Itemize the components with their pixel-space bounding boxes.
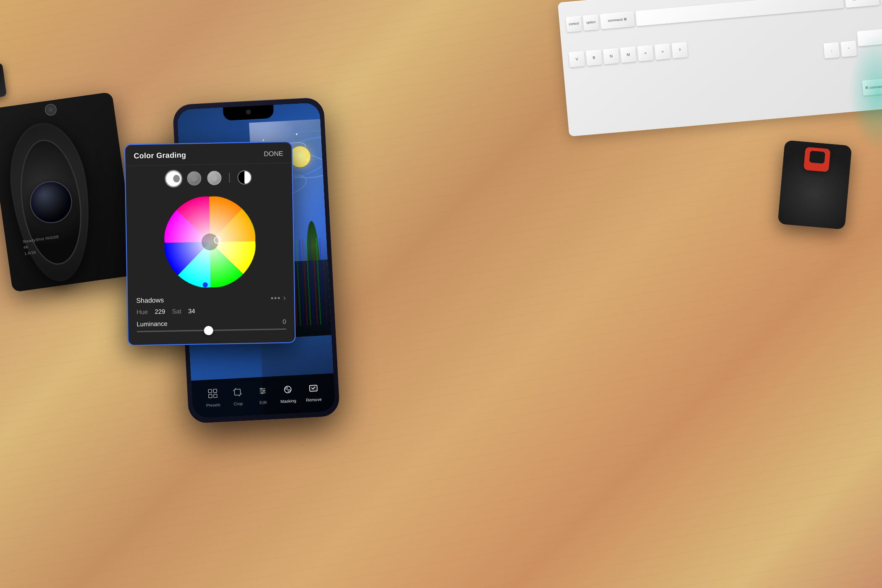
dots-menu[interactable] bbox=[271, 297, 280, 299]
color-grading-panel: Color Grading DONE bbox=[124, 142, 296, 346]
masking-button[interactable]: Masking bbox=[280, 381, 297, 404]
svg-point-16 bbox=[285, 387, 288, 389]
key: option bbox=[583, 14, 599, 31]
phone-bottom-bar: Presets Crop bbox=[191, 373, 336, 419]
spacebar bbox=[635, 0, 844, 26]
crop-button[interactable]: Crop bbox=[230, 384, 246, 406]
divider bbox=[229, 173, 230, 183]
key: ; bbox=[824, 42, 840, 59]
luminance-slider-track[interactable] bbox=[137, 328, 286, 332]
sat-value: 34 bbox=[188, 307, 195, 315]
svg-point-13 bbox=[263, 390, 265, 391]
luminance-label: Luminance bbox=[136, 320, 168, 328]
color-wheel[interactable] bbox=[163, 195, 257, 289]
ssd-handle bbox=[803, 147, 831, 172]
luminance-slider-thumb[interactable] bbox=[204, 326, 213, 335]
svg-rect-3 bbox=[213, 394, 217, 397]
svg-point-17 bbox=[288, 389, 290, 392]
section-label: Shadows bbox=[136, 296, 164, 304]
chevron-right-icon[interactable]: › bbox=[283, 294, 286, 302]
svg-point-14 bbox=[261, 392, 263, 394]
edit-button[interactable]: Edit bbox=[255, 383, 271, 405]
svg-rect-2 bbox=[208, 394, 212, 397]
front-camera bbox=[246, 109, 251, 115]
key: " bbox=[840, 41, 857, 57]
luminance-value: 0 bbox=[283, 318, 286, 325]
done-button[interactable]: DONE bbox=[264, 150, 284, 158]
tone-selectors bbox=[126, 163, 292, 193]
presets-button[interactable]: Presets bbox=[205, 385, 221, 407]
hue-label: Hue bbox=[136, 308, 148, 315]
key: ⌘ command bbox=[862, 79, 882, 96]
key: command ⌘ bbox=[600, 11, 635, 29]
svg-point-15 bbox=[284, 386, 291, 393]
sat-label: Sat bbox=[172, 307, 181, 315]
ssd-drive bbox=[778, 140, 852, 229]
hue-value: 229 bbox=[155, 308, 165, 315]
key: control bbox=[566, 16, 582, 32]
svg-point-12 bbox=[260, 388, 262, 389]
remove-button[interactable]: Remove bbox=[305, 380, 322, 402]
return-key bbox=[857, 28, 882, 47]
camera-top-button bbox=[44, 103, 58, 116]
svg-rect-0 bbox=[208, 389, 212, 392]
svg-rect-4 bbox=[234, 389, 241, 395]
panel-title: Color Grading bbox=[134, 151, 186, 160]
contrast-toggle[interactable] bbox=[237, 170, 252, 185]
key: command ⌘ bbox=[845, 0, 879, 8]
highlights-tone-button[interactable] bbox=[207, 171, 222, 186]
luminance-row: Luminance 0 bbox=[128, 316, 295, 336]
svg-rect-1 bbox=[213, 389, 217, 392]
color-wheel-svg[interactable] bbox=[163, 195, 257, 289]
shadows-tone-button[interactable] bbox=[166, 171, 181, 186]
midtones-tone-button[interactable] bbox=[187, 171, 202, 186]
color-wheel-container[interactable] bbox=[126, 190, 294, 294]
key: option bbox=[880, 0, 882, 5]
phone-notch bbox=[223, 105, 274, 121]
